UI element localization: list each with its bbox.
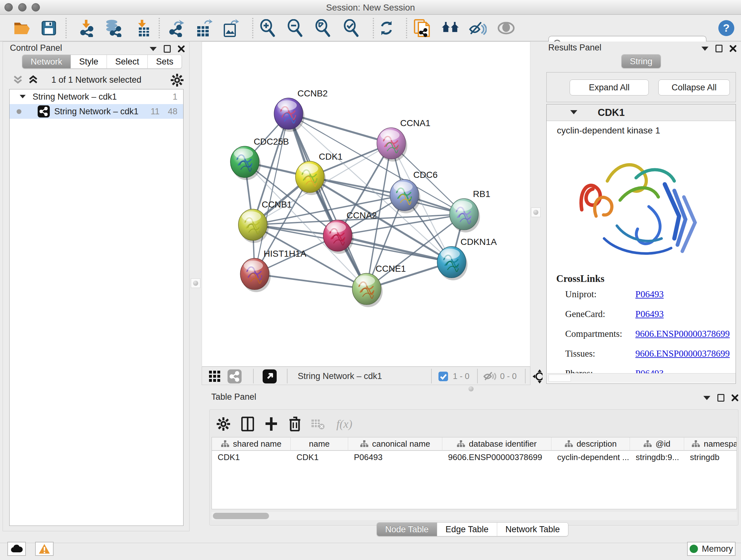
zoom-fit-icon[interactable] xyxy=(314,19,332,37)
table-gear-icon[interactable] xyxy=(215,415,232,433)
splitter-handle[interactable] xyxy=(531,207,541,217)
crosslink-link[interactable]: P06493 xyxy=(635,289,664,300)
crosslink-link[interactable]: P06493 xyxy=(635,309,664,319)
edge-CCNE1-HIST1H1A[interactable] xyxy=(255,274,367,289)
function-builder-icon: f(x) xyxy=(332,415,357,433)
float-panel-icon[interactable] xyxy=(164,45,171,53)
show-all-icon[interactable] xyxy=(497,19,515,37)
node-label-CCNB2: CCNB2 xyxy=(297,88,328,98)
expand-all-button[interactable]: Expand All xyxy=(569,79,649,96)
table-cell[interactable]: stringdb xyxy=(684,451,737,463)
collapse-tree-icon[interactable] xyxy=(20,95,26,98)
refresh-icon[interactable] xyxy=(378,19,395,37)
table-cell[interactable]: CDK1 xyxy=(212,451,291,463)
export-network-icon[interactable] xyxy=(168,19,186,37)
gear-icon[interactable] xyxy=(171,74,184,86)
crosslink-link[interactable]: 9606.ENSP00000378699 xyxy=(635,328,730,339)
toolbar-separator xyxy=(65,18,67,38)
save-session-icon[interactable] xyxy=(40,19,58,37)
table-panel: Table Panel f(x) shared namenamecanonica… xyxy=(207,392,740,542)
column-header-name[interactable]: name xyxy=(291,437,348,451)
crosslink-link[interactable]: 9606.ENSP00000378699 xyxy=(635,348,730,359)
export-table-icon[interactable] xyxy=(195,19,212,37)
edge-CCNA2-CDKN1A[interactable] xyxy=(338,236,452,262)
control-panel: Control Panel NetworkStyleSelectSets 1 o… xyxy=(3,42,190,531)
import-table-file-icon[interactable] xyxy=(134,19,151,37)
node-CDKN1A[interactable]: CDKN1A xyxy=(437,237,497,280)
panel-menu-icon[interactable] xyxy=(703,396,711,400)
collapse-all-button[interactable]: Collapse All xyxy=(658,79,730,96)
float-panel-icon[interactable] xyxy=(718,394,724,401)
table-cell[interactable]: CDK1 xyxy=(291,451,348,463)
show-columns-icon[interactable] xyxy=(239,415,256,433)
column-header-description[interactable]: description xyxy=(551,437,630,451)
edge-CCNB2-CCNE1[interactable] xyxy=(288,114,367,289)
create-column-icon[interactable] xyxy=(263,415,280,433)
tab-style[interactable]: Style xyxy=(71,55,107,68)
first-neighbors-icon[interactable] xyxy=(441,19,459,37)
table-row[interactable]: CDK1CDK1P064939606.ENSP00000378699cyclin… xyxy=(212,451,737,463)
open-in-new-window-icon[interactable] xyxy=(263,369,277,383)
tab-string[interactable]: String xyxy=(622,55,661,68)
node-table[interactable]: shared namenamecanonical namedatabase id… xyxy=(212,437,737,509)
network-collection-row[interactable]: String Network – cdk1 1 xyxy=(10,89,183,104)
grid-view-icon[interactable] xyxy=(209,371,220,382)
table-cell[interactable]: 9606.ENSP00000378699 xyxy=(442,451,551,463)
column-header-namespace[interactable]: namespace xyxy=(684,437,737,451)
tab-select[interactable]: Select xyxy=(107,55,148,68)
node-RB1[interactable]: RB1 xyxy=(450,189,490,233)
node-CCNA2[interactable]: CCNA2 xyxy=(323,210,377,254)
column-header-@id[interactable]: @id xyxy=(630,437,684,451)
table-cell[interactable]: cyclin-dependent ... xyxy=(551,451,630,463)
cloud-button[interactable] xyxy=(7,542,26,556)
tab-network-table[interactable]: Network Table xyxy=(497,523,568,536)
zoom-in-icon[interactable] xyxy=(259,19,277,37)
zoom-out-icon[interactable] xyxy=(286,19,305,37)
close-panel-icon[interactable] xyxy=(731,394,738,401)
network-canvas[interactable]: CCNB2CCNA1CDC25BCDK1CDC6RB1CCNB1CCNA2CDK… xyxy=(202,42,530,367)
tab-edge-table[interactable]: Edge Table xyxy=(437,523,497,536)
node-CCNA1[interactable]: CCNA1 xyxy=(377,118,430,162)
float-panel-icon[interactable] xyxy=(716,45,723,52)
splitter-handle[interactable] xyxy=(468,386,474,391)
panel-menu-icon[interactable] xyxy=(701,47,709,51)
collapse-section-icon[interactable] xyxy=(570,110,577,114)
column-header-database-identifier[interactable]: database identifier xyxy=(442,437,551,451)
close-panel-icon[interactable] xyxy=(730,45,737,52)
column-header-shared-name[interactable]: shared name xyxy=(212,437,291,451)
table-cell[interactable]: P06493 xyxy=(348,451,442,463)
panel-menu-icon[interactable] xyxy=(150,47,157,51)
zoom-selected-icon[interactable] xyxy=(343,19,360,37)
import-network-file-icon[interactable] xyxy=(77,19,95,37)
tab-sets[interactable]: Sets xyxy=(148,55,182,68)
node-HIST1H1A[interactable]: HIST1H1A xyxy=(240,249,307,292)
node-CCNB2[interactable]: CCNB2 xyxy=(274,88,328,132)
node-label-CCNA2: CCNA2 xyxy=(347,210,377,220)
help-icon[interactable]: ? xyxy=(718,19,735,37)
warnings-button[interactable] xyxy=(35,542,54,556)
svg-text:?: ? xyxy=(723,22,730,34)
memory-button[interactable]: Memory xyxy=(687,542,736,556)
delete-column-icon[interactable] xyxy=(286,415,304,433)
selected-checkbox-icon[interactable] xyxy=(438,371,448,381)
hide-selected-icon[interactable] xyxy=(469,19,487,37)
hidden-eye-icon[interactable] xyxy=(483,371,496,381)
results-scrollbar[interactable] xyxy=(547,373,736,383)
gene-section-header[interactable]: CDK1 xyxy=(547,105,736,121)
node-CCNE1[interactable]: CCNE1 xyxy=(352,264,406,307)
splitter-handle[interactable] xyxy=(191,278,200,288)
network-share-icon[interactable] xyxy=(227,369,242,383)
tab-node-table[interactable]: Node Table xyxy=(377,523,437,536)
table-panel-tabs: Node TableEdge TableNetwork Table xyxy=(377,522,568,537)
network-row[interactable]: String Network – cdk1 11 48 xyxy=(10,104,183,119)
table-cell[interactable]: stringdb:9... xyxy=(630,451,684,463)
control-panel-tabs: NetworkStyleSelectSets xyxy=(22,55,182,69)
tab-network[interactable]: Network xyxy=(22,55,71,68)
open-session-icon[interactable] xyxy=(13,19,30,37)
import-network-database-icon[interactable] xyxy=(105,19,122,37)
copy-network-icon[interactable] xyxy=(413,19,431,37)
table-horizontal-scrollbar[interactable] xyxy=(212,512,737,520)
column-header-canonical-name[interactable]: canonical name xyxy=(348,437,442,451)
close-panel-icon[interactable] xyxy=(178,45,185,52)
export-image-icon[interactable] xyxy=(222,19,240,37)
